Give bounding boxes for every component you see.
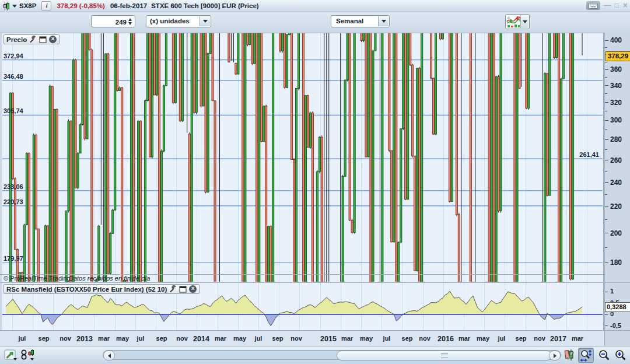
candle-body <box>191 33 192 282</box>
wrench-icon[interactable] <box>29 36 37 43</box>
candle-body <box>402 33 404 129</box>
candle-body <box>202 33 204 106</box>
candle-body <box>400 129 402 242</box>
keyboard-icon[interactable] <box>586 1 600 10</box>
candle-body <box>110 233 111 273</box>
zoom-in-button[interactable] <box>612 348 628 363</box>
candle-body <box>279 33 281 51</box>
candle-body <box>435 33 436 134</box>
candle-body <box>247 33 249 44</box>
candle-body <box>146 33 148 100</box>
timeframe-dropdown[interactable]: Semanal <box>331 15 390 27</box>
candle-body <box>117 33 118 91</box>
price-panel-close-icon[interactable]: × <box>49 36 57 43</box>
time-axis-label: sep <box>272 335 284 342</box>
price-axis-label: 320 <box>610 99 622 107</box>
candle-body <box>295 89 297 282</box>
price-axis-tick <box>605 139 608 140</box>
candle-body <box>456 33 457 215</box>
wrench-icon[interactable] <box>169 285 177 293</box>
candle-body <box>449 33 450 201</box>
candle-body <box>430 33 432 78</box>
candle-body <box>149 33 150 157</box>
zoom-fit-button[interactable] <box>578 348 594 363</box>
candle-body <box>388 33 390 150</box>
candle-body <box>544 74 546 282</box>
candle-body <box>363 33 365 41</box>
window-icon[interactable] <box>179 286 187 293</box>
candle-body <box>354 33 355 232</box>
last-price-badge: 378,29 <box>606 51 630 61</box>
time-axis-label: may <box>477 335 489 342</box>
zoom-out-button[interactable] <box>596 348 612 363</box>
scrollbar-thumb[interactable] <box>337 351 552 360</box>
time-axis-label: 2015 <box>320 335 337 343</box>
candle-body <box>49 86 51 282</box>
candle-body <box>321 137 323 282</box>
candle-body <box>268 226 270 282</box>
info-button[interactable]: i <box>41 1 51 10</box>
chart-type-button[interactable] <box>505 14 530 29</box>
chart-objects-button[interactable] <box>20 348 35 362</box>
candle-body <box>419 68 421 282</box>
candle-body <box>28 153 30 282</box>
title-bar: SX8P i 378,29 (-0,85%) 06-feb-2017 STXE … <box>0 0 630 12</box>
candle-body <box>258 33 260 282</box>
candle-body <box>86 33 88 139</box>
candle-body <box>26 153 27 225</box>
horizontal-scrollbar[interactable] <box>103 350 561 360</box>
close-icon[interactable]: × <box>623 1 628 10</box>
candle-body <box>209 33 211 54</box>
candle-body <box>500 33 502 211</box>
candle-body <box>172 33 174 103</box>
candle-body <box>65 211 67 282</box>
candle-body <box>256 33 258 282</box>
candle-body <box>572 33 573 279</box>
time-axis-label: nov <box>419 335 430 342</box>
window-icon[interactable] <box>39 36 47 43</box>
price-axis-tick <box>605 149 607 150</box>
candle-body <box>89 33 90 50</box>
symbol-dropdown-arrow[interactable] <box>12 5 17 8</box>
price-axis-tick <box>605 206 608 207</box>
price-level-label: 372,94 <box>4 52 24 60</box>
price-level-label: 261,41 <box>579 151 599 158</box>
indicator-axis: 10,50-0,50,3288 <box>604 282 630 330</box>
candle-body <box>569 33 571 279</box>
units-dropdown[interactable]: (x) unidades <box>146 15 211 27</box>
chart-type-dropdown-arrow[interactable] <box>520 15 528 28</box>
timeframe-dropdown-value: Semanal <box>336 18 363 24</box>
candlestick-chart[interactable]: 372,94346,48305,74261,41233,06220,73179,… <box>0 33 604 282</box>
indicator-panel[interactable]: RSc Mansfield (ESTOXX50 Price Eur Index)… <box>0 282 604 330</box>
maximize-icon[interactable]: □ <box>615 1 619 10</box>
indicator-axis-label: -0,5 <box>610 322 621 329</box>
candle-body <box>351 220 353 233</box>
indicator-panel-close-icon[interactable]: × <box>189 285 197 293</box>
time-axis-corner <box>604 330 630 346</box>
candle-body <box>516 33 518 282</box>
candle-body <box>370 33 372 282</box>
candle-body <box>137 121 139 282</box>
minimize-icon[interactable]: — <box>604 1 611 10</box>
candle-body <box>270 226 272 282</box>
candle-body <box>51 86 53 282</box>
bars-count-stepper[interactable] <box>126 16 134 26</box>
chart-settings-button[interactable] <box>562 348 578 362</box>
scroll-right-button[interactable] <box>549 351 561 360</box>
price-chart-panel[interactable]: 372,94346,48305,74261,41233,06220,73179,… <box>0 33 604 282</box>
timeframe-dropdown-arrow[interactable] <box>378 16 388 26</box>
candle-body <box>121 88 123 282</box>
units-dropdown-arrow[interactable] <box>200 16 210 26</box>
chart-settings-icon <box>563 349 577 362</box>
candle-body <box>263 106 265 142</box>
time-axis-label: may <box>360 335 373 342</box>
scroll-left-button[interactable] <box>103 351 115 360</box>
candle-body <box>346 33 348 80</box>
bars-count-input[interactable] <box>93 16 128 27</box>
time-axis-label: nov <box>534 335 545 342</box>
candle-body <box>410 33 411 65</box>
candle-body <box>242 33 244 282</box>
drawing-tools-button[interactable] <box>3 348 18 362</box>
zoom-fit-icon <box>580 349 593 362</box>
candle-body <box>514 33 516 282</box>
